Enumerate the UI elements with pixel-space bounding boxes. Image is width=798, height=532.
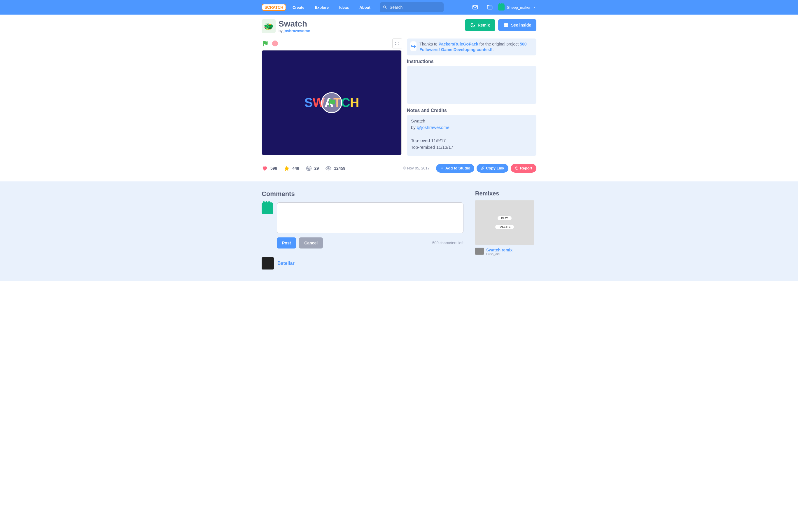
- stop-button[interactable]: [271, 39, 279, 48]
- svg-rect-5: [506, 25, 508, 27]
- svg-point-9: [328, 167, 329, 169]
- instructions-box: [407, 66, 536, 104]
- project-title: Swatch: [279, 19, 310, 28]
- notes-line3: Top-loved 11/9/17: [411, 137, 532, 144]
- plus-icon: [440, 166, 444, 170]
- report-icon: [515, 166, 518, 170]
- mystuff-icon[interactable]: [485, 3, 494, 12]
- char-counter: 500 characters left: [432, 241, 463, 245]
- remix-item-author: Bush_did: [486, 252, 512, 256]
- search-input[interactable]: [390, 5, 441, 10]
- search-icon: [383, 5, 387, 10]
- add-studio-label: Add to Studio: [445, 166, 470, 170]
- author-link[interactable]: joshrawesome: [284, 28, 310, 33]
- nav-ideas[interactable]: Ideas: [335, 5, 353, 10]
- svg-point-7: [307, 167, 310, 169]
- report-label: Report: [520, 166, 532, 170]
- svg-point-6: [306, 166, 311, 171]
- fullscreen-icon: [395, 41, 400, 46]
- link-icon: [481, 166, 484, 170]
- remixes-title: Remixes: [475, 190, 536, 197]
- star-icon: [284, 165, 290, 171]
- report-button[interactable]: Report: [511, 164, 536, 173]
- remix-credit-icon: ↪: [411, 41, 417, 51]
- remix-icon: [470, 22, 475, 28]
- remixes-stat: 29: [306, 165, 319, 171]
- scratch-logo[interactable]: SCRATCH: [262, 4, 286, 11]
- remix-item-thumb: [475, 248, 484, 254]
- cancel-button[interactable]: Cancel: [299, 238, 323, 248]
- favorites-stat[interactable]: 448: [284, 165, 299, 171]
- comment-input[interactable]: [277, 203, 463, 233]
- heart-icon: [262, 165, 268, 171]
- remix-credit-box: ↪ Thanks to PackersRuleGoPack for the or…: [407, 38, 536, 55]
- play-button[interactable]: [321, 92, 342, 113]
- commenter-username[interactable]: Bstellar: [278, 261, 294, 266]
- svg-rect-4: [504, 25, 506, 27]
- comments-title: Comments: [262, 190, 463, 198]
- views-stat: 12459: [325, 165, 345, 171]
- rc-suffix: .: [493, 47, 494, 52]
- rc-prefix: Thanks to: [419, 42, 438, 46]
- by-label: by: [279, 28, 283, 33]
- nav-create[interactable]: Create: [288, 5, 308, 10]
- remix-credit-user[interactable]: PackersRuleGoPack: [439, 42, 478, 46]
- search-box[interactable]: [380, 2, 444, 12]
- see-inside-label: See inside: [511, 23, 531, 27]
- user-avatar-icon: [498, 4, 505, 11]
- spiral-icon: [306, 165, 312, 171]
- svg-point-1: [472, 25, 473, 26]
- remix-count: 29: [315, 166, 319, 171]
- notes-author-link[interactable]: @joshrawesome: [417, 125, 450, 130]
- username-label: Sheep_maker: [507, 5, 531, 10]
- rc-mid: for the original project: [478, 42, 520, 46]
- green-flag-button[interactable]: [262, 40, 269, 47]
- svg-rect-3: [506, 23, 508, 25]
- play-flag-icon: [326, 97, 337, 108]
- notes-line1: Swatch: [411, 118, 532, 125]
- remix-label: Remix: [478, 23, 490, 27]
- messages-icon[interactable]: [471, 3, 479, 12]
- see-inside-button[interactable]: See inside: [498, 19, 536, 31]
- remix-item-title[interactable]: Swatch remix: [486, 248, 512, 252]
- author-avatar[interactable]: 🐲: [262, 19, 276, 33]
- loves-count: 598: [270, 166, 277, 171]
- nav-explore[interactable]: Explore: [311, 5, 333, 10]
- remix-button[interactable]: Remix: [465, 19, 495, 31]
- project-header: 🐲 Swatch by joshrawesome Remix See insid…: [262, 19, 536, 33]
- add-to-studio-button[interactable]: Add to Studio: [436, 164, 474, 173]
- favorites-count: 448: [292, 166, 299, 171]
- notes-box[interactable]: Swatch by @joshrawesome Top-loved 11/9/1…: [407, 115, 536, 156]
- nav-about[interactable]: About: [355, 5, 375, 10]
- see-inside-icon: [504, 22, 509, 28]
- post-button[interactable]: Post: [277, 238, 296, 248]
- current-user-avatar: [262, 203, 273, 214]
- share-date: © Nov 05, 2017: [403, 166, 430, 170]
- project-stage: SWATCH: [262, 50, 402, 155]
- chevron-down-icon: [533, 5, 536, 9]
- svg-point-8: [308, 168, 309, 169]
- user-menu[interactable]: Sheep_maker: [498, 4, 536, 11]
- fullscreen-button[interactable]: [392, 38, 402, 49]
- notes-line4: Top-remixed 11/13/17: [411, 144, 532, 151]
- views-count: 12459: [334, 166, 345, 171]
- remix-thumb-tag-1: PLAY: [498, 216, 511, 220]
- copy-link-label: Copy Link: [486, 166, 504, 170]
- instructions-title: Instructions: [407, 59, 536, 64]
- loves-stat[interactable]: 598: [262, 165, 277, 171]
- notes-by: by: [411, 125, 417, 130]
- copy-link-button[interactable]: Copy Link: [477, 164, 508, 173]
- commenter-avatar[interactable]: [262, 257, 274, 269]
- eye-icon: [325, 165, 331, 171]
- top-nav: SCRATCH Create Explore Ideas About Sheep…: [0, 0, 798, 15]
- comment-item: Bstellar: [262, 257, 463, 269]
- notes-title: Notes and Credits: [407, 108, 536, 113]
- remix-list-item[interactable]: Swatch remix Bush_did: [475, 248, 536, 256]
- remix-thumb-tag-2: PALETTE: [495, 225, 514, 229]
- svg-rect-2: [504, 23, 506, 25]
- remix-thumbnail[interactable]: PLAY PALETTE: [475, 201, 534, 245]
